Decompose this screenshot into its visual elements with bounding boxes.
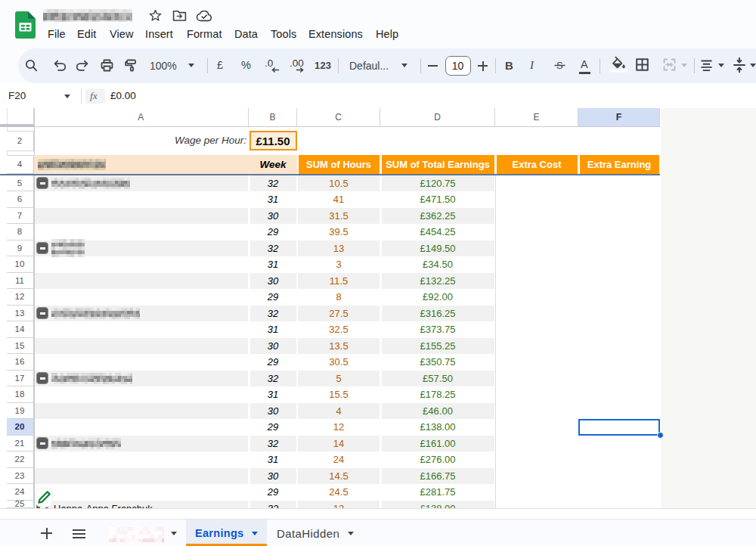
svg-text:.00: .00 <box>290 58 304 69</box>
svg-text:.0: .0 <box>265 58 273 69</box>
